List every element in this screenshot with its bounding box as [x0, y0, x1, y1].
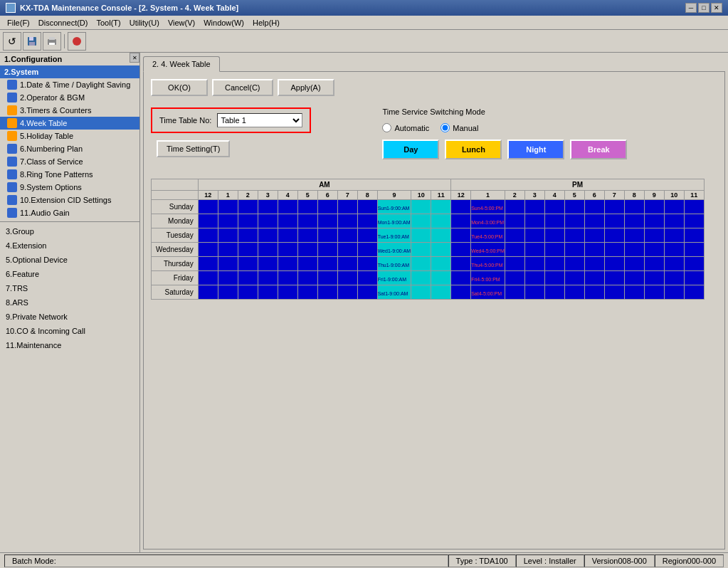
- grid-cell-sunday-5[interactable]: [297, 200, 317, 214]
- grid-cell-saturday-8[interactable]: [357, 285, 377, 300]
- grid-cell-monday-8[interactable]: [357, 214, 377, 228]
- sidebar-item-week-table[interactable]: 4.Week Table: [0, 117, 139, 130]
- grid-cell-thursday-21[interactable]: [644, 257, 664, 271]
- grid-cell-friday-6[interactable]: [317, 271, 337, 285]
- grid-cell-sunday-16[interactable]: [544, 200, 564, 214]
- grid-cell-thursday-9[interactable]: Thu1-9:00:AM: [377, 257, 411, 271]
- grid-cell-friday-17[interactable]: [564, 271, 584, 285]
- grid-cell-thursday-23[interactable]: [684, 257, 704, 271]
- grid-cell-monday-17[interactable]: [564, 214, 584, 228]
- grid-cell-monday-12[interactable]: [451, 214, 471, 228]
- grid-cell-tuesday-9[interactable]: Tue1-9:00:AM: [377, 228, 411, 243]
- grid-cell-saturday-22[interactable]: [664, 285, 684, 300]
- grid-cell-sunday-8[interactable]: [357, 200, 377, 214]
- grid-cell-saturday-4[interactable]: [278, 285, 297, 300]
- sidebar-section-system[interactable]: 2.System: [0, 65, 139, 78]
- grid-cell-thursday-17[interactable]: [564, 257, 584, 271]
- grid-cell-wednesday-13[interactable]: Wed4-5:00:PM: [471, 243, 505, 257]
- grid-cell-saturday-23[interactable]: [684, 285, 704, 300]
- grid-cell-thursday-10[interactable]: [411, 257, 431, 271]
- grid-cell-monday-0[interactable]: [198, 214, 218, 228]
- grid-cell-monday-5[interactable]: [297, 214, 317, 228]
- grid-cell-friday-1[interactable]: [218, 271, 238, 285]
- grid-cell-tuesday-7[interactable]: [337, 228, 357, 243]
- grid-cell-friday-9[interactable]: Fri1-9:00:AM: [377, 271, 411, 285]
- grid-cell-monday-21[interactable]: [644, 214, 664, 228]
- grid-cell-sunday-7[interactable]: [337, 200, 357, 214]
- grid-cell-wednesday-11[interactable]: [431, 243, 451, 257]
- grid-cell-wednesday-14[interactable]: [505, 243, 524, 257]
- radio-automatic-input[interactable]: [382, 123, 391, 132]
- grid-cell-thursday-4[interactable]: [278, 257, 297, 271]
- grid-cell-sunday-18[interactable]: [584, 200, 604, 214]
- grid-cell-monday-2[interactable]: [238, 214, 258, 228]
- grid-cell-wednesday-0[interactable]: [198, 243, 218, 257]
- grid-cell-tuesday-2[interactable]: [238, 228, 258, 243]
- grid-cell-monday-9[interactable]: Mon1-9:00:AM: [377, 214, 411, 228]
- grid-cell-monday-14[interactable]: [505, 214, 524, 228]
- grid-cell-friday-13[interactable]: Fri4-5:00:PM: [471, 271, 505, 285]
- grid-cell-friday-3[interactable]: [258, 271, 278, 285]
- menu-disconnect[interactable]: Disconnect(D): [34, 17, 93, 28]
- minimize-button[interactable]: ─: [685, 3, 697, 13]
- sidebar-group-extension[interactable]: 4.Extension: [0, 238, 139, 253]
- grid-cell-tuesday-23[interactable]: [684, 228, 704, 243]
- grid-cell-saturday-7[interactable]: [337, 285, 357, 300]
- grid-cell-friday-15[interactable]: [524, 271, 544, 285]
- grid-cell-saturday-13[interactable]: Sat4-5:00:PM: [471, 285, 505, 300]
- cancel-button[interactable]: Cancel(C): [212, 79, 273, 96]
- toolbar-save-button[interactable]: [23, 32, 41, 51]
- grid-cell-tuesday-12[interactable]: [451, 228, 471, 243]
- sidebar-group-maintenance[interactable]: 11.Maintenance: [0, 338, 139, 352]
- sidebar-item-numbering-plan[interactable]: 6.Numbering Plan: [0, 142, 139, 155]
- grid-cell-monday-22[interactable]: [664, 214, 684, 228]
- grid-cell-saturday-11[interactable]: [431, 285, 451, 300]
- grid-cell-sunday-23[interactable]: [684, 200, 704, 214]
- grid-cell-saturday-2[interactable]: [238, 285, 258, 300]
- grid-cell-monday-3[interactable]: [258, 214, 278, 228]
- grid-cell-tuesday-14[interactable]: [505, 228, 524, 243]
- day-button[interactable]: Day: [382, 140, 439, 159]
- grid-cell-tuesday-15[interactable]: [524, 228, 544, 243]
- menu-file[interactable]: File(F): [3, 17, 34, 28]
- time-setting-button[interactable]: Time Setting(T): [157, 140, 230, 157]
- apply-button[interactable]: Apply(A): [278, 79, 334, 96]
- grid-cell-sunday-21[interactable]: [644, 200, 664, 214]
- grid-cell-saturday-18[interactable]: [584, 285, 604, 300]
- grid-cell-thursday-8[interactable]: [357, 257, 377, 271]
- grid-cell-monday-7[interactable]: [337, 214, 357, 228]
- grid-cell-friday-18[interactable]: [584, 271, 604, 285]
- grid-cell-friday-10[interactable]: [411, 271, 431, 285]
- grid-cell-tuesday-4[interactable]: [278, 228, 297, 243]
- radio-manual-input[interactable]: [441, 123, 450, 132]
- grid-cell-sunday-13[interactable]: Sun4-5:00:PM: [471, 200, 505, 214]
- grid-cell-thursday-12[interactable]: [451, 257, 471, 271]
- grid-cell-saturday-10[interactable]: [411, 285, 431, 300]
- grid-cell-saturday-5[interactable]: [297, 285, 317, 300]
- grid-cell-wednesday-19[interactable]: [604, 243, 624, 257]
- grid-cell-saturday-1[interactable]: [218, 285, 238, 300]
- grid-cell-tuesday-11[interactable]: [431, 228, 451, 243]
- grid-cell-sunday-3[interactable]: [258, 200, 278, 214]
- grid-cell-wednesday-7[interactable]: [337, 243, 357, 257]
- grid-cell-friday-2[interactable]: [238, 271, 258, 285]
- grid-cell-tuesday-13[interactable]: Tue4-5:00:PM: [471, 228, 505, 243]
- grid-cell-sunday-22[interactable]: [664, 200, 684, 214]
- grid-cell-thursday-18[interactable]: [584, 257, 604, 271]
- grid-cell-tuesday-8[interactable]: [357, 228, 377, 243]
- grid-cell-friday-19[interactable]: [604, 271, 624, 285]
- grid-cell-wednesday-6[interactable]: [317, 243, 337, 257]
- grid-cell-thursday-19[interactable]: [604, 257, 624, 271]
- grid-cell-monday-6[interactable]: [317, 214, 337, 228]
- grid-cell-monday-20[interactable]: [624, 214, 644, 228]
- grid-cell-thursday-1[interactable]: [218, 257, 238, 271]
- grid-cell-tuesday-5[interactable]: [297, 228, 317, 243]
- sidebar-group-ars[interactable]: 8.ARS: [0, 295, 139, 310]
- sidebar-item-operator-bgm[interactable]: 2.Operator & BGM: [0, 91, 139, 104]
- toolbar-refresh-button[interactable]: ↺: [3, 32, 21, 51]
- lunch-button[interactable]: Lunch: [445, 140, 502, 159]
- grid-cell-monday-1[interactable]: [218, 214, 238, 228]
- grid-cell-saturday-3[interactable]: [258, 285, 278, 300]
- grid-cell-thursday-13[interactable]: Thu4-5:00:PM: [471, 257, 505, 271]
- grid-cell-thursday-20[interactable]: [624, 257, 644, 271]
